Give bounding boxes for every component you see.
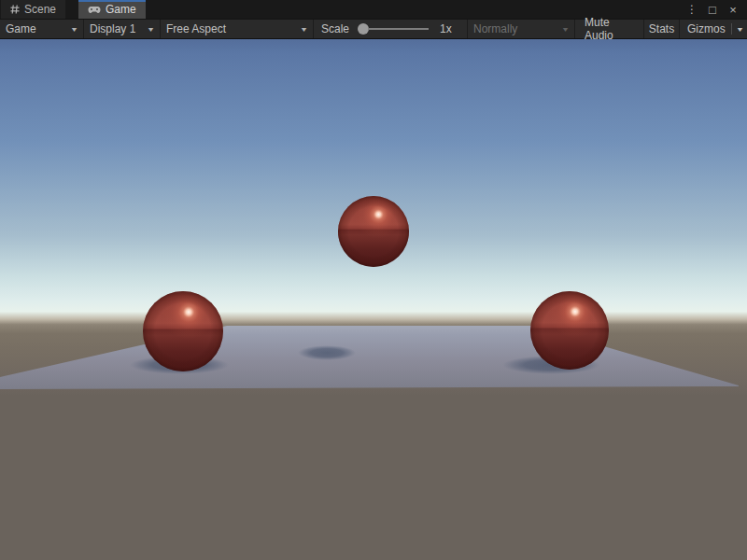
scale-slider-track[interactable] xyxy=(368,28,429,30)
gizmos-dropdown-button[interactable]: Gizmos ▼ xyxy=(680,20,747,38)
chevron-down-icon: ▼ xyxy=(147,26,155,33)
tab-bar: Scene Game ⋮ □ × xyxy=(0,0,747,19)
unity-game-window: Scene Game ⋮ □ × Game ▼ Display 1 ▼ xyxy=(0,0,747,560)
sphere-shadow-center xyxy=(298,345,356,360)
aspect-label: Free Aspect xyxy=(166,22,226,35)
stats-button[interactable]: Stats xyxy=(644,20,680,38)
mute-audio-button[interactable]: Mute Audio xyxy=(575,20,644,38)
scale-control: Scale 1x xyxy=(314,20,466,38)
tab-game[interactable]: Game xyxy=(78,0,146,19)
kebab-menu-icon[interactable]: ⋮ xyxy=(684,1,700,18)
close-icon[interactable]: × xyxy=(725,1,741,18)
red-sphere-right xyxy=(530,291,609,370)
chevron-down-icon: ▼ xyxy=(300,26,308,33)
tab-scene[interactable]: Scene xyxy=(1,0,65,19)
scale-slider[interactable] xyxy=(358,23,429,35)
chevron-down-icon: ▼ xyxy=(736,26,744,33)
gizmos-divider xyxy=(731,23,732,35)
chevron-down-icon: ▼ xyxy=(561,26,570,33)
red-sphere-left xyxy=(143,291,223,371)
game-view-toolbar: Game ▼ Display 1 ▼ Free Aspect ▼ Scale 1… xyxy=(0,19,747,39)
tab-game-label: Game xyxy=(106,3,136,16)
tab-scene-label: Scene xyxy=(24,3,56,16)
aspect-ratio-dropdown[interactable]: Free Aspect ▼ xyxy=(161,20,314,38)
grid-icon xyxy=(10,5,20,14)
maximize-icon[interactable]: □ xyxy=(704,1,721,18)
game-viewport xyxy=(0,39,747,560)
scale-label: Scale xyxy=(321,22,349,35)
chevron-down-icon: ▼ xyxy=(70,26,78,33)
mute-audio-label: Mute Audio xyxy=(585,16,634,42)
game-popup-label: Game xyxy=(6,22,36,35)
scale-value: 1x xyxy=(440,22,458,35)
display-label: Display 1 xyxy=(90,22,135,35)
game-popup-dropdown[interactable]: Game ▼ xyxy=(0,20,84,38)
red-sphere-center-floating xyxy=(338,196,409,267)
maximize-on-play-dropdown[interactable]: Normally ▼ xyxy=(467,20,575,38)
window-controls: ⋮ □ × xyxy=(684,0,747,19)
stats-label: Stats xyxy=(649,22,674,35)
maximize-on-play-label: Normally xyxy=(473,22,517,35)
display-dropdown[interactable]: Display 1 ▼ xyxy=(84,20,161,38)
gamepad-icon xyxy=(88,6,101,14)
sky-and-ground xyxy=(0,39,747,560)
gizmos-label: Gizmos xyxy=(687,22,726,35)
